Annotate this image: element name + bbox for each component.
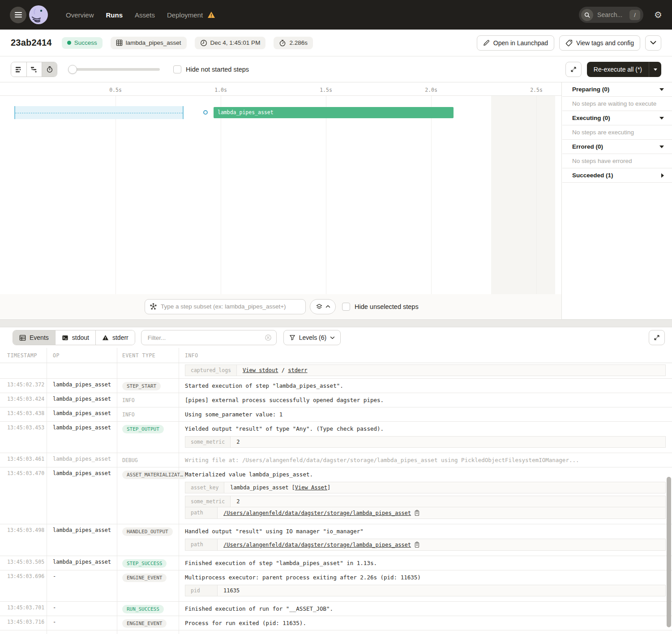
- log-filter-input[interactable]: [148, 334, 265, 341]
- step-subset-input[interactable]: [161, 303, 301, 310]
- metadata-link[interactable]: stderr: [288, 367, 307, 373]
- events-scrollbar[interactable]: [667, 477, 671, 627]
- copy-icon[interactable]: [414, 541, 420, 548]
- status-label: Success: [74, 39, 97, 46]
- nav-item-deployment[interactable]: Deployment: [167, 11, 203, 19]
- empty-cell: [117, 630, 179, 634]
- tab-events[interactable]: Events: [13, 330, 55, 345]
- table-row[interactable]: 13:45:03.498lambda_pipes_assetHANDLED_OU…: [0, 524, 672, 556]
- table-row[interactable]: 13:45:03.701-RUN_SUCCESSFinished executi…: [0, 602, 672, 616]
- timed-view-button[interactable]: [42, 62, 57, 77]
- gantt-step-bar[interactable]: lambda_pipes_asset: [214, 107, 454, 118]
- metadata-link[interactable]: View Asset: [295, 484, 327, 491]
- event-type: DEBUG: [117, 453, 179, 467]
- event-type-badge: STEP_START: [122, 382, 161, 390]
- levels-dropdown[interactable]: Levels (6): [283, 330, 341, 345]
- table-row[interactable]: 13:45:03.424lambda_pipes_assetINFO[pipes…: [0, 393, 672, 407]
- step-waiting-bar: [14, 106, 184, 119]
- nav-item-runs[interactable]: Runs: [106, 11, 123, 19]
- job-pill[interactable]: lambda_pipes_asset: [111, 37, 187, 49]
- event-type: STEP_SUCCESS: [117, 556, 179, 570]
- funnel-icon: [289, 334, 295, 341]
- tab-stderr[interactable]: stderr: [95, 330, 135, 345]
- metadata-text: View stdout / stderr: [243, 367, 308, 373]
- table-row[interactable]: captured_logsView stdout / stderr: [0, 363, 672, 379]
- tab-stdout[interactable]: stdout: [55, 330, 95, 345]
- metadata-text: 11635: [223, 587, 240, 594]
- table-row[interactable]: 13:45:03.505lambda_pipes_assetSTEP_SUCCE…: [0, 556, 672, 570]
- event-info: Started execution of step "lambda_pipes_…: [179, 379, 672, 393]
- empty-cell: [47, 630, 117, 634]
- section-preparing[interactable]: Preparing (0): [562, 82, 672, 97]
- hide-unselected-label: Hide unselected steps: [355, 303, 419, 310]
- metadata-table: asset_keylambda_pipes_asset [View Asset]: [185, 482, 666, 493]
- menu-icon[interactable]: [10, 7, 26, 23]
- tag-icon: [565, 39, 573, 47]
- dagster-logo[interactable]: [29, 5, 48, 24]
- event-message: Handled output "result" using IO manager…: [185, 527, 666, 535]
- event-op: lambda_pipes_asset: [47, 407, 117, 421]
- view-tags-config-button[interactable]: View tags and config: [559, 35, 640, 51]
- event-message: Started execution of step "lambda_pipes_…: [185, 381, 666, 390]
- metadata-text: 2: [236, 439, 240, 445]
- event-type: STEP_START: [117, 379, 179, 393]
- nav-item-overview[interactable]: Overview: [66, 11, 94, 19]
- event-type-badge: INFO: [122, 411, 135, 418]
- table-row[interactable]: 13:45:03.696-ENGINE_EVENTMultiprocess ex…: [0, 570, 672, 602]
- after-run-end-region: [491, 96, 555, 319]
- panel-resize-handle[interactable]: [0, 319, 672, 327]
- reexecute-all-button[interactable]: Re-execute all (*): [587, 62, 661, 77]
- table-row[interactable]: 13:45:03.453lambda_pipes_assetSTEP_OUTPU…: [0, 422, 672, 453]
- section-succeeded[interactable]: Succeeded (1): [562, 168, 672, 183]
- metadata-link[interactable]: /Users/alangenfeld/data/dagster/storage/…: [223, 510, 411, 516]
- metadata-link[interactable]: /Users/alangenfeld/data/dagster/storage/…: [223, 542, 411, 548]
- table-row[interactable]: 13:45:03.461lambda_pipes_assetDEBUGWriti…: [0, 453, 672, 467]
- event-type: STEP_OUTPUT: [117, 422, 179, 453]
- table-row[interactable]: 13:45:03.716-ENGINE_EVENTProcess for run…: [0, 616, 672, 630]
- metadata-value: 11635: [218, 585, 245, 596]
- metadata-value: /Users/alangenfeld/data/dagster/storage/…: [218, 507, 426, 518]
- event-timestamp: 13:45:02.372: [0, 379, 47, 393]
- flat-view-button[interactable]: [11, 62, 26, 77]
- copy-icon[interactable]: [414, 510, 420, 516]
- expand-gantt-button[interactable]: [565, 62, 582, 77]
- metadata-text: /Users/alangenfeld/data/dagster/storage/…: [223, 510, 411, 516]
- table-row[interactable]: 13:45:02.372lambda_pipes_assetSTEP_START…: [0, 379, 672, 393]
- status-dot-icon: [67, 41, 71, 45]
- nav-item-assets[interactable]: Assets: [135, 11, 155, 19]
- event-type: ENGINE_EVENT: [117, 616, 179, 630]
- empty-cell: [0, 630, 47, 634]
- deployment-warning-icon: [207, 11, 215, 18]
- metadata-key: captured_logs: [185, 365, 237, 376]
- section-executing[interactable]: Executing (0): [562, 111, 672, 125]
- reexecute-dropdown-button[interactable]: [649, 62, 661, 77]
- metadata-link[interactable]: View stdout: [243, 367, 278, 373]
- table-row[interactable]: 13:45:03.438lambda_pipes_assetINFOUsing …: [0, 407, 672, 422]
- metadata-row: asset_keylambda_pipes_asset [View Asset]: [185, 482, 665, 493]
- open-in-launchpad-button[interactable]: Open in Launchpad: [477, 35, 554, 51]
- run-more-actions-button[interactable]: [645, 35, 661, 51]
- table-row[interactable]: 13:45:03.470lambda_pipes_assetASSET_MATE…: [0, 467, 672, 524]
- events-table-icon: [19, 334, 26, 341]
- waterfall-view-button[interactable]: [26, 62, 42, 77]
- search-input[interactable]: Search... /: [579, 7, 643, 23]
- section-errored[interactable]: Errored (0): [562, 140, 672, 154]
- zoom-slider-knob[interactable]: [68, 65, 77, 74]
- gantt-chart: lambda_pipes_asset: [0, 96, 561, 319]
- search-placeholder: Search...: [597, 11, 629, 18]
- zoom-slider[interactable]: [68, 65, 160, 74]
- event-message: Writing file at: /Users/alangenfeld/data…: [185, 456, 666, 464]
- chevron-up-icon: [325, 305, 330, 308]
- gear-icon[interactable]: ⚙: [654, 10, 662, 19]
- event-op: [47, 363, 117, 378]
- hide-not-started-checkbox[interactable]: [173, 65, 181, 73]
- expand-events-button[interactable]: [649, 330, 665, 345]
- hide-unselected-checkbox[interactable]: [342, 303, 350, 311]
- clear-filter-icon[interactable]: [265, 334, 272, 341]
- search-shortcut: /: [629, 10, 640, 20]
- graph-options-button[interactable]: [310, 299, 336, 314]
- metadata-text: lambda_pipes_asset [: [230, 484, 295, 491]
- tick-label: 2.5s: [530, 87, 543, 93]
- table-grid-icon: [116, 39, 123, 46]
- run-id: 23ab2414: [11, 38, 52, 48]
